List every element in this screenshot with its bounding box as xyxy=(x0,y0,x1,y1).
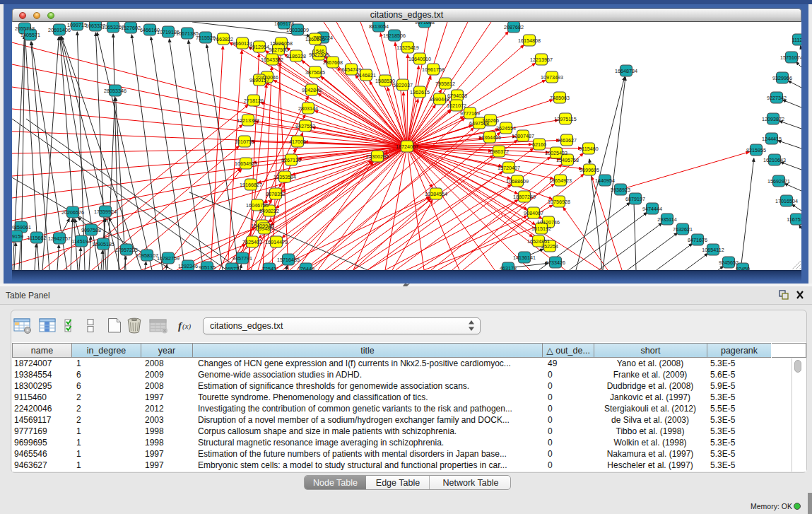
svg-text:17957225: 17957225 xyxy=(115,247,138,253)
svg-text:18724007: 18724007 xyxy=(396,144,418,150)
svg-text:1405571: 1405571 xyxy=(20,32,40,38)
svg-text:16033809: 16033809 xyxy=(286,27,309,33)
svg-text:2935114: 2935114 xyxy=(657,216,676,223)
svg-text:8471676: 8471676 xyxy=(688,237,707,243)
svg-text:10654112: 10654112 xyxy=(702,247,724,253)
svg-text:1292346: 1292346 xyxy=(178,263,198,269)
svg-text:1588520: 1588520 xyxy=(375,78,395,84)
svg-text:2087682: 2087682 xyxy=(504,24,524,30)
svg-text:463178: 463178 xyxy=(500,265,517,271)
svg-text:7632621: 7632621 xyxy=(673,226,693,233)
svg-text:17016504: 17016504 xyxy=(775,198,798,204)
svg-text:18640910: 18640910 xyxy=(408,56,431,62)
svg-text:7515526: 7515526 xyxy=(196,35,216,41)
svg-text:28053346: 28053346 xyxy=(104,88,126,94)
svg-text:72543: 72543 xyxy=(262,266,276,271)
svg-text:14136141: 14136141 xyxy=(513,255,536,261)
svg-text:16210643: 16210643 xyxy=(763,157,786,163)
svg-text:1621072: 1621072 xyxy=(447,103,466,109)
svg-text:546: 546 xyxy=(316,48,324,54)
svg-text:6794028: 6794028 xyxy=(447,93,467,99)
svg-text:9245652: 9245652 xyxy=(719,259,739,266)
svg-text:(x): (x) xyxy=(182,322,192,331)
svg-text:9948: 9948 xyxy=(259,226,270,232)
svg-text:2718126: 2718126 xyxy=(244,98,264,104)
svg-text:8912954: 8912954 xyxy=(249,44,269,50)
svg-text:1527602: 1527602 xyxy=(121,25,141,31)
svg-text:16914479: 16914479 xyxy=(265,239,288,245)
svg-text:16543362: 16543362 xyxy=(261,57,283,63)
svg-text:1733426: 1733426 xyxy=(546,259,565,266)
svg-text:12093872: 12093872 xyxy=(762,116,784,122)
svg-text:176449: 176449 xyxy=(298,266,314,271)
svg-text:16782759: 16782759 xyxy=(157,255,180,262)
svg-text:1362615: 1362615 xyxy=(410,89,430,95)
svg-text:8427552: 8427552 xyxy=(295,123,315,129)
svg-text:6879197: 6879197 xyxy=(625,196,645,202)
svg-text:9463627: 9463627 xyxy=(557,137,577,144)
svg-text:2867608: 2867608 xyxy=(323,59,343,66)
svg-text:39159: 39159 xyxy=(12,233,23,240)
svg-text:5498222: 5498222 xyxy=(259,208,279,214)
svg-text:19654923: 19654923 xyxy=(549,177,572,184)
svg-text:8813054: 8813054 xyxy=(369,23,389,30)
svg-text:10120746: 10120746 xyxy=(537,219,560,226)
svg-text:17359924: 17359924 xyxy=(94,209,117,215)
svg-text:9097588: 9097588 xyxy=(81,227,101,233)
svg-text:9115460: 9115460 xyxy=(579,146,598,152)
svg-text:5822037: 5822037 xyxy=(393,82,413,88)
svg-text:11325419: 11325419 xyxy=(396,45,418,51)
svg-text:10958107: 10958107 xyxy=(136,252,158,259)
svg-text:18807249: 18807249 xyxy=(513,194,536,200)
svg-text:15495758: 15495758 xyxy=(556,157,579,163)
svg-text:746266: 746266 xyxy=(482,117,499,124)
svg-text:19218506: 19218506 xyxy=(383,33,406,39)
svg-text:8186328: 8186328 xyxy=(286,53,306,59)
svg-text:15226058: 15226058 xyxy=(270,40,293,47)
svg-text:15751074: 15751074 xyxy=(780,54,801,61)
svg-text:905135: 905135 xyxy=(199,264,216,271)
svg-text:16648784: 16648784 xyxy=(615,68,637,74)
svg-text:1362615: 1362615 xyxy=(305,36,325,42)
svg-text:1167533: 1167533 xyxy=(787,216,801,223)
svg-text:16154808: 16154808 xyxy=(518,37,541,44)
svg-text:7955812: 7955812 xyxy=(435,81,455,87)
svg-text:21364436: 21364436 xyxy=(478,134,501,141)
svg-text:19384554: 19384554 xyxy=(425,191,447,197)
svg-text:26573: 26573 xyxy=(225,266,239,271)
svg-text:10807487: 10807487 xyxy=(512,133,534,139)
svg-text:8267130: 8267130 xyxy=(281,157,301,163)
svg-text:1010755: 1010755 xyxy=(235,139,254,145)
svg-text:10654925: 10654925 xyxy=(235,160,257,167)
svg-text:1099715: 1099715 xyxy=(67,22,87,28)
svg-text:12905185: 12905185 xyxy=(92,241,114,247)
svg-text:3875685: 3875685 xyxy=(305,69,325,76)
svg-text:3624554: 3624554 xyxy=(496,125,516,132)
svg-text:15716485: 15716485 xyxy=(277,257,300,263)
svg-text:8878352: 8878352 xyxy=(266,191,286,197)
svg-text:19166827: 19166827 xyxy=(240,182,262,188)
svg-text:10688609: 10688609 xyxy=(506,178,529,185)
svg-text:1615192: 1615192 xyxy=(531,226,551,232)
svg-text:7625402: 7625402 xyxy=(242,239,262,245)
svg-text:12975115: 12975115 xyxy=(554,116,576,122)
svg-text:9227342: 9227342 xyxy=(767,95,787,101)
svg-text:10756928: 10756928 xyxy=(548,199,570,205)
svg-text:15720407: 15720407 xyxy=(498,165,520,171)
svg-text:9474444: 9474444 xyxy=(642,206,662,212)
svg-text:10961758: 10961758 xyxy=(422,66,445,73)
svg-text:10973493: 10973493 xyxy=(541,74,563,81)
svg-text:9777169: 9777169 xyxy=(460,110,480,117)
svg-text:5938923: 5938923 xyxy=(611,187,630,193)
svg-text:8215955: 8215955 xyxy=(746,147,766,153)
svg-text:417006: 417006 xyxy=(289,139,306,145)
svg-text:12942757: 12942757 xyxy=(48,235,71,242)
svg-text:9084067: 9084067 xyxy=(524,210,543,216)
svg-text:7485063: 7485063 xyxy=(550,95,570,101)
svg-text:1145194: 1145194 xyxy=(71,238,90,245)
svg-text:252254: 252254 xyxy=(541,243,558,250)
svg-text:4859061: 4859061 xyxy=(12,224,31,230)
svg-text:2803144: 2803144 xyxy=(298,105,318,112)
svg-text:9827500: 9827500 xyxy=(269,47,288,53)
svg-text:7663822: 7663822 xyxy=(213,36,233,42)
